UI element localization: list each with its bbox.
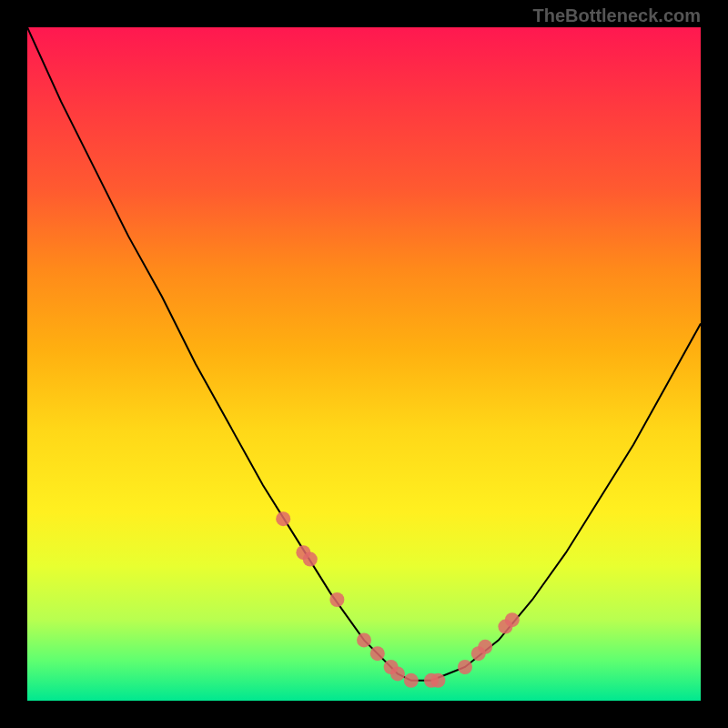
watermark-text: TheBottleneck.com xyxy=(533,5,701,26)
plot-background xyxy=(27,27,701,701)
